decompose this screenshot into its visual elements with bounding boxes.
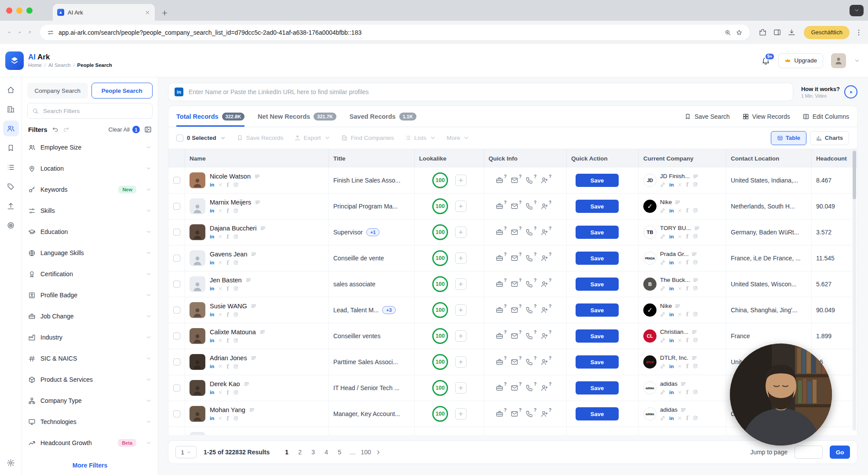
company-name[interactable]: Nike [660,199,672,205]
linkedin-icon[interactable]: in [669,312,674,317]
filter-item-employee-size[interactable]: Employee Size [22,137,158,158]
rail-item-settings[interactable] [3,455,19,471]
row-checkbox[interactable] [173,410,180,417]
browser-profile-chip[interactable]: Geschäftlich [804,26,850,39]
insta-icon[interactable] [693,182,698,187]
filter-item-profile-badge[interactable]: Profile Badge [22,285,158,306]
quick-info-personal-email[interactable]: ? [511,358,518,366]
menu-icon[interactable] [680,407,686,413]
linkedin-icon[interactable]: in [669,208,674,213]
company-name[interactable]: Prada Gr... [660,251,689,257]
linkedin-icon[interactable]: in [210,182,214,187]
insta-icon[interactable] [233,260,239,266]
tab-total-records[interactable]: Total Records322.8K [176,106,244,127]
x-icon[interactable] [218,338,222,343]
menu-icon[interactable] [251,355,257,361]
facebook-icon[interactable]: f [686,389,688,395]
x-icon[interactable] [218,390,222,395]
tab-net-new-records[interactable]: Net New Records321.7K [258,106,336,127]
x-icon[interactable] [678,183,682,187]
row-checkbox[interactable] [173,255,180,262]
quick-info-similar-people[interactable]: ? [540,410,548,418]
menu-icon[interactable] [249,407,255,413]
quick-info-personal-email[interactable]: ? [511,202,518,210]
link-icon[interactable] [660,260,665,265]
linkedin-icon[interactable]: in [669,286,674,291]
account-menu-chevron-icon[interactable] [854,58,860,64]
row-checkbox[interactable] [173,229,180,236]
tab-close-icon[interactable] [145,10,150,15]
close-window-button[interactable] [6,7,12,14]
chevr-icon[interactable] [375,449,382,456]
insta-icon[interactable] [693,285,698,291]
save-search-button[interactable]: Save Search [684,113,729,120]
selected-dropdown[interactable]: 0 Selected [176,135,226,142]
menu-icon[interactable] [251,303,257,309]
company-name[interactable]: adidas [660,406,678,413]
save-button[interactable]: Save [576,174,619,187]
person-name[interactable]: Jen Basten [210,277,242,284]
insta-icon[interactable] [233,208,239,214]
quick-info-similar-people[interactable]: ? [540,280,548,288]
menu-icon[interactable] [691,251,697,257]
people-search-input[interactable] [188,88,787,96]
insta-icon[interactable] [693,389,698,395]
rail-item-companies[interactable] [3,101,19,117]
extensions-icon[interactable] [759,28,767,37]
quick-info-similar-people[interactable]: ? [540,202,548,210]
tab-company-search[interactable]: Company Search [27,83,88,99]
company-name[interactable]: JD Finish... [660,173,690,179]
linkedin-icon[interactable]: in [669,390,674,395]
quick-info-work-email[interactable]: ? [496,384,503,392]
jump-to-page-input[interactable] [795,446,823,459]
table-row[interactable]: Nicole Watsoninf Finish Line Sales Asso.… [168,168,857,194]
find-companies-button[interactable]: Find Companies [341,135,394,141]
facebook-icon[interactable]: f [226,311,229,318]
new-tab-button[interactable] [161,9,168,17]
company-name[interactable]: DTLR, Inc. [660,354,689,361]
browser-tab[interactable]: ▲ AI Ark [53,4,155,21]
person-name[interactable]: Derek Kao [210,380,240,387]
menu-icon[interactable] [680,381,686,387]
x-icon[interactable] [218,208,222,213]
table-scrollbar[interactable] [853,149,856,431]
facebook-icon[interactable]: f [686,363,688,369]
quick-info-phone-number[interactable]: ? [525,254,533,262]
insta-icon[interactable] [233,390,239,395]
x-icon[interactable] [678,416,682,420]
quick-info-similar-people[interactable]: ? [540,384,548,392]
row-checkbox[interactable] [173,203,180,210]
linkedin-icon[interactable]: in [669,234,674,239]
insta-icon[interactable] [233,234,239,240]
save-button[interactable]: Save [576,200,619,213]
table-row[interactable]: Marnix Meijersinf Principal Program Ma..… [168,194,857,219]
quick-info-personal-email[interactable]: ? [511,410,518,418]
facebook-icon[interactable]: f [686,181,688,188]
search-filters-input[interactable] [42,107,148,115]
linkedin-icon[interactable]: in [669,338,674,343]
link-icon[interactable] [660,286,665,291]
company-name[interactable]: TORY BU... [660,225,691,231]
site-settings-icon[interactable] [47,29,54,36]
filter-item-technologies[interactable]: Technologies [22,411,158,432]
quick-info-work-email[interactable]: ? [496,410,503,418]
row-checkbox[interactable] [173,384,180,391]
tab-people-search[interactable]: People Search [91,83,153,99]
quick-info-phone-number[interactable]: ? [525,280,533,288]
linkedin-icon[interactable]: in [210,416,214,421]
save-button[interactable]: Save [576,355,619,369]
table-row[interactable]: Susie WANGinf Lead, Talent M...+3 100 ??… [168,297,857,323]
row-checkbox[interactable] [173,332,180,340]
table-row[interactable]: Jen Basteninf sales associate 100 ???? S… [168,271,857,297]
view-charts-button[interactable]: Charts [810,131,849,145]
collapse-panel-icon[interactable] [144,126,152,133]
lists-button[interactable]: Lists [405,135,436,141]
tab-search-button[interactable] [850,5,864,16]
filter-item-certification[interactable]: Certification [22,263,158,285]
add-lookalike-button[interactable] [455,175,467,186]
insta-icon[interactable] [693,415,698,421]
table-row[interactable]: Calixte Matounainf Conseiller ventes 100… [168,323,857,349]
linkedin-icon[interactable]: in [669,182,674,187]
add-lookalike-button[interactable] [455,408,467,420]
facebook-icon[interactable]: f [686,415,688,421]
